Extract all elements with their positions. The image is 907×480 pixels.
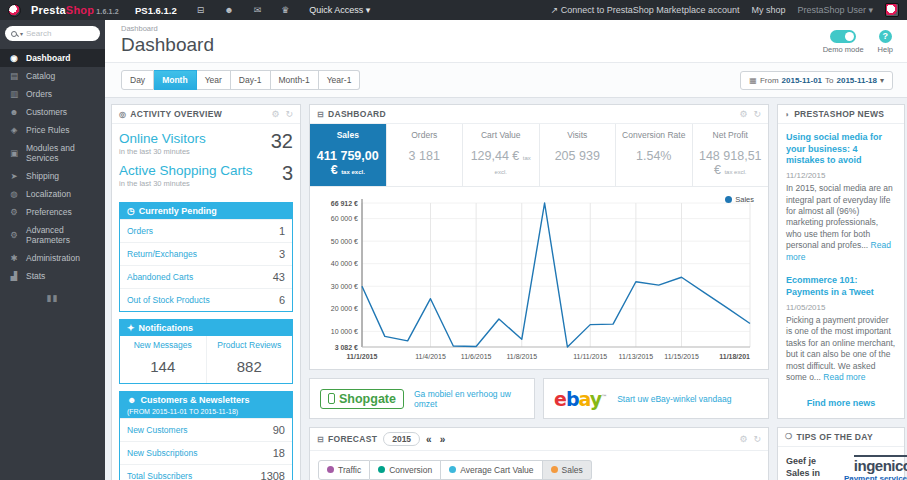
sidebar-item-price-rules[interactable]: ◈Price Rules xyxy=(0,121,105,139)
new-customers-row[interactable]: New Customers90 xyxy=(120,418,292,441)
sidebar-item-shipping[interactable]: ➤Shipping xyxy=(0,167,105,185)
refresh-icon[interactable]: ↻ xyxy=(285,109,293,119)
activity-overview-panel: ◎ACTIVITY OVERVIEW ⚙↻ Online Visitors in… xyxy=(111,104,301,480)
price-rules-icon: ◈ xyxy=(9,125,19,135)
advanced-parameters-icon: ⚙ xyxy=(9,230,19,240)
kpi-tab-conversion-rate[interactable]: Conversion Rate1.54% xyxy=(615,124,692,186)
news-item-title[interactable]: Ecommerce 101: Payments in a Tweet xyxy=(786,275,896,298)
period-month-button[interactable]: Month xyxy=(154,70,197,90)
refresh-icon[interactable]: ↻ xyxy=(753,434,761,444)
shopgate-banner[interactable]: Shopgate Ga mobiel en verhoog uw omzet xyxy=(309,378,535,419)
svg-text:11/6/2015: 11/6/2015 xyxy=(461,353,492,360)
news-panel-title: ◗PRESTASHOP NEWS xyxy=(785,109,884,119)
total-subscribers-row[interactable]: Total Subscribers1308 xyxy=(120,464,292,480)
new-subscriptions-row[interactable]: New Subscriptions18 xyxy=(120,441,292,464)
period-day-1-button[interactable]: Day-1 xyxy=(231,70,271,90)
period-year-button[interactable]: Year xyxy=(197,70,231,90)
shop-code[interactable]: PS1.6.1.2 xyxy=(135,5,177,16)
period-month-1-button[interactable]: Month-1 xyxy=(271,70,319,90)
ebay-banner[interactable]: ebay™ Start uw eBay-winkel vandaag xyxy=(543,378,769,419)
prestashop-news-panel: ◗PRESTASHOP NEWS Using social media for … xyxy=(777,104,905,419)
tips-panel-title: ❍TIPS OF THE DAY xyxy=(785,432,873,442)
previous-year-button[interactable]: « xyxy=(424,434,434,445)
gear-icon[interactable]: ⚙ xyxy=(739,434,747,444)
sidebar-item-catalog[interactable]: ▤Catalog xyxy=(0,67,105,85)
sidebar-item-stats[interactable]: ▟Stats xyxy=(0,267,105,285)
ingenico-logo: ingenico Payment services xyxy=(835,455,907,480)
sidebar-item-localization[interactable]: ◍Localization xyxy=(0,185,105,203)
user-avatar[interactable] xyxy=(885,3,899,17)
date-to: 2015-11-18 xyxy=(837,76,877,85)
kpi-tabs: Sales411 759,00 € tax excl. Orders3 181 … xyxy=(310,124,768,187)
help-icon[interactable]: ? xyxy=(879,30,892,43)
sidebar-item-modules[interactable]: ▣Modules and Services xyxy=(0,139,105,167)
date-range-picker[interactable]: ▦ From2015-11-01 To2015-11-18 ▾ xyxy=(740,71,893,90)
activity-panel-title: ◎ACTIVITY OVERVIEW xyxy=(119,109,222,119)
sidebar: ▾ ◉Dashboard ▤Catalog ▥Orders ☻Customers… xyxy=(0,20,105,480)
online-visitors-link[interactable]: Online Visitors xyxy=(119,131,206,146)
pending-abandoned-carts-row[interactable]: Abandoned Carts43 xyxy=(120,265,292,288)
ebay-link[interactable]: Start uw eBay-winkel vandaag xyxy=(617,394,731,404)
active-carts-link[interactable]: Active Shopping Carts xyxy=(119,163,253,178)
sidebar-item-advanced-parameters[interactable]: ⚙Advanced Parameters xyxy=(0,221,105,249)
sidebar-item-customers[interactable]: ☻Customers xyxy=(0,103,105,121)
sidebar-search[interactable]: ▾ xyxy=(5,26,100,41)
chevron-down-icon[interactable]: ▾ xyxy=(20,30,23,37)
svg-text:20 000 €: 20 000 € xyxy=(331,305,358,312)
mail-icon[interactable]: ✉ xyxy=(254,5,262,15)
breadcrumb[interactable]: Dashboard xyxy=(121,24,214,33)
trophy-icon[interactable]: ♛ xyxy=(281,5,289,15)
pending-orders-row[interactable]: Orders1 xyxy=(120,219,292,242)
refresh-icon[interactable]: ↻ xyxy=(753,109,761,119)
pending-returns-row[interactable]: Return/Exchanges3 xyxy=(120,242,292,265)
catalog-icon: ▤ xyxy=(9,71,19,81)
cart-icon: ⊟ xyxy=(317,110,324,119)
forecast-sales-button[interactable]: Sales xyxy=(543,460,592,480)
forecast-traffic-button[interactable]: Traffic xyxy=(318,460,370,480)
localization-icon: ◍ xyxy=(9,189,19,199)
news-item-body: In 2015, social media are an integral pa… xyxy=(786,183,896,263)
dashboard-icon: ◉ xyxy=(9,53,19,63)
kpi-tab-orders[interactable]: Orders3 181 xyxy=(386,124,463,186)
shopgate-link[interactable]: Ga mobiel en verhoog uw omzet xyxy=(414,389,524,409)
sidebar-item-orders[interactable]: ▥Orders xyxy=(0,85,105,103)
next-year-button[interactable]: » xyxy=(438,434,448,445)
pending-out-of-stock-row[interactable]: Out of Stock Products6 xyxy=(120,288,292,311)
period-year-1-button[interactable]: Year-1 xyxy=(319,70,361,90)
forecast-average-cart-value-button[interactable]: Average Cart Value xyxy=(441,460,542,480)
search-input[interactable] xyxy=(26,29,86,38)
calendar-icon: ▦ xyxy=(749,76,757,85)
period-day-button[interactable]: Day xyxy=(121,70,154,90)
kpi-tab-visits[interactable]: Visits205 939 xyxy=(539,124,616,186)
product-reviews-cell[interactable]: Product Reviews882 xyxy=(206,336,293,383)
kpi-tab-net-profit[interactable]: Net Profit148 918,51 € tax excl. xyxy=(692,124,769,186)
quick-access-menu[interactable]: Quick Access ▾ xyxy=(309,5,370,15)
forecast-conversion-button[interactable]: Conversion xyxy=(370,460,441,480)
cart-icon: ⊟ xyxy=(317,435,324,444)
kpi-tab-sales[interactable]: Sales411 759,00 € tax excl. xyxy=(310,124,386,186)
sidebar-item-administration[interactable]: ✱Administration xyxy=(0,249,105,267)
gear-icon[interactable]: ⚙ xyxy=(739,109,747,119)
online-visitors-value: 32 xyxy=(271,131,293,151)
user-menu[interactable]: PrestaShop User ▾ xyxy=(797,5,873,15)
read-more-link[interactable]: Read more xyxy=(823,372,865,382)
sales-line-chart: 66 912 €60 000 €50 000 €40 000 €30 000 €… xyxy=(314,191,760,363)
svg-text:66 912 €: 66 912 € xyxy=(331,200,358,207)
traffic-dot xyxy=(327,466,334,473)
customers-newsletters-section: ☻Customers & Newsletters(FROM 2015-11-01… xyxy=(119,391,293,480)
sidebar-item-dashboard[interactable]: ◉Dashboard xyxy=(0,49,105,67)
gear-icon[interactable]: ⚙ xyxy=(271,109,279,119)
news-item-title[interactable]: Using social media for your business: 4 … xyxy=(786,132,896,167)
demo-mode-toggle[interactable] xyxy=(830,30,856,43)
kpi-tab-cart-value[interactable]: Cart Value129,44 € tax excl. xyxy=(462,124,539,186)
sidebar-collapse-button[interactable]: ▮▮ xyxy=(0,293,105,303)
find-more-news-link[interactable]: Find more news xyxy=(786,398,896,408)
sidebar-item-preferences[interactable]: ⚙Preferences xyxy=(0,203,105,221)
new-messages-cell[interactable]: New Messages144 xyxy=(120,336,206,383)
active-carts-row: Active Shopping Carts in the last 30 min… xyxy=(119,163,293,195)
customers-icon[interactable]: ☻ xyxy=(224,5,233,15)
my-shop-link[interactable]: My shop xyxy=(751,5,785,15)
cart-icon[interactable]: ⊟ xyxy=(197,5,205,15)
marketplace-link[interactable]: ↗ Connect to PrestaShop Marketplace acco… xyxy=(551,5,740,15)
news-item: Using social media for your business: 4 … xyxy=(786,132,896,263)
